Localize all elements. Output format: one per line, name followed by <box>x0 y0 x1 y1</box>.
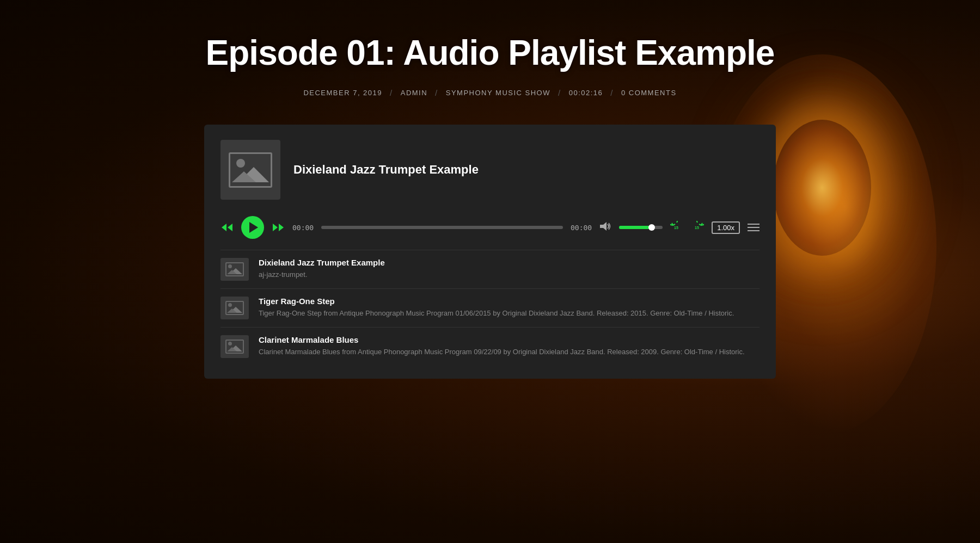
total-time: 00:00 <box>571 224 592 232</box>
playlist-info-1: Dixieland Jazz Trumpet Example aj-jazz-t… <box>259 258 759 280</box>
playlist-title-3: Clarinet Marmalade Blues <box>259 335 759 344</box>
playlist-item[interactable]: Tiger Rag-One Step Tiger Rag-One Step fr… <box>220 288 759 327</box>
meta-author[interactable]: ADMIN <box>401 89 427 97</box>
volume-svg <box>599 221 611 231</box>
thumb-circle-1 <box>228 264 232 268</box>
svg-marker-4 <box>600 222 607 231</box>
album-art-placeholder <box>229 152 272 188</box>
playlist-info-3: Clarinet Marmalade Blues Clarinet Marmal… <box>259 335 759 357</box>
forward-button[interactable] <box>272 221 285 234</box>
controls-bar: 00:00 00:00 <box>220 216 759 239</box>
playlist-desc-3: Clarinet Marmalade Blues from Antique Ph… <box>259 347 759 357</box>
progress-bar[interactable] <box>321 226 563 229</box>
thumb-icon-3 <box>225 340 244 354</box>
sep-4: / <box>610 88 614 97</box>
now-playing-title: Dixieland Jazz Trumpet Example <box>293 163 479 177</box>
now-playing-section: Dixieland Jazz Trumpet Example <box>220 140 759 200</box>
svg-marker-1 <box>228 224 232 231</box>
playlist-menu-button[interactable] <box>748 223 759 232</box>
playlist-title-1: Dixieland Jazz Trumpet Example <box>259 258 759 267</box>
playlist-desc-1: aj-jazz-trumpet. <box>259 270 759 280</box>
thumb-mountain1-2 <box>227 308 237 313</box>
thumb-icon-2 <box>225 301 244 315</box>
playlist-thumb-1 <box>220 258 249 281</box>
forward-icon <box>272 221 285 234</box>
album-art <box>220 140 280 200</box>
rewind-icon <box>220 221 234 234</box>
page-title: Episode 01: Audio Playlist Example <box>206 33 775 73</box>
meta-show[interactable]: SYMPHONY MUSIC SHOW <box>446 89 550 97</box>
art-circle <box>236 159 245 168</box>
thumb-mountain1-3 <box>227 347 237 351</box>
sep-3: / <box>558 88 561 97</box>
meta-duration: 00:02:16 <box>569 89 603 97</box>
meta-bar: DECEMBER 7, 2019 / ADMIN / SYMPHONY MUSI… <box>303 88 676 97</box>
volume-knob <box>648 224 655 231</box>
svg-marker-2 <box>279 224 284 231</box>
skip-forward-button[interactable]: 15 <box>691 221 704 234</box>
meta-comments[interactable]: 0 COMMENTS <box>621 89 677 97</box>
thumb-circle-2 <box>228 303 232 307</box>
svg-text:15: 15 <box>695 226 699 230</box>
thumb-mountain1-1 <box>227 270 237 274</box>
current-time: 00:00 <box>292 224 314 232</box>
playlist-item[interactable]: Clarinet Marmalade Blues Clarinet Marmal… <box>220 327 759 366</box>
skip-back-icon: 15 <box>670 221 683 234</box>
skip-forward-icon: 15 <box>691 221 704 234</box>
playlist-title-2: Tiger Rag-One Step <box>259 297 759 306</box>
play-triangle <box>249 222 258 233</box>
svg-marker-0 <box>222 224 226 231</box>
play-button[interactable] <box>241 216 264 239</box>
player-container: Dixieland Jazz Trumpet Example <box>204 125 776 379</box>
speed-button[interactable]: 1.00x <box>712 221 740 234</box>
volume-slider[interactable] <box>619 226 663 229</box>
page-content: Episode 01: Audio Playlist Example DECEM… <box>0 0 980 379</box>
svg-marker-3 <box>273 224 278 231</box>
art-mountain-small <box>232 171 256 182</box>
playlist: Dixieland Jazz Trumpet Example aj-jazz-t… <box>220 250 759 366</box>
playlist-thumb-2 <box>220 297 249 319</box>
svg-text:15: 15 <box>674 226 678 230</box>
playlist-thumb-3 <box>220 335 249 358</box>
volume-icon <box>599 221 611 234</box>
sep-1: / <box>390 88 393 97</box>
thumb-circle-3 <box>228 342 232 345</box>
rewind-button[interactable] <box>220 221 234 234</box>
playlist-desc-2: Tiger Rag-One Step from Antique Phonogra… <box>259 308 759 318</box>
thumb-icon-1 <box>225 262 244 276</box>
sep-2: / <box>435 88 438 97</box>
playlist-item[interactable]: Dixieland Jazz Trumpet Example aj-jazz-t… <box>220 250 759 288</box>
skip-back-button[interactable]: 15 <box>670 221 683 234</box>
playlist-info-2: Tiger Rag-One Step Tiger Rag-One Step fr… <box>259 297 759 318</box>
meta-date[interactable]: DECEMBER 7, 2019 <box>303 89 382 97</box>
playlist-icon <box>748 223 759 232</box>
